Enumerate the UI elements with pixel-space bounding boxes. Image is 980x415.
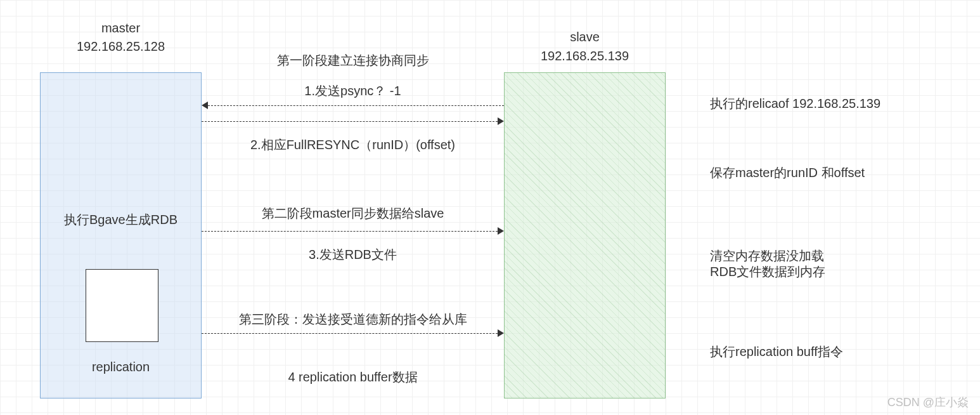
step4-label: 4 replication buffer数据 xyxy=(202,369,504,386)
arrow-resp1 xyxy=(202,121,498,122)
arrow-phase3 xyxy=(202,333,498,334)
watermark: CSDN @庄小焱 xyxy=(887,395,969,410)
arrow-head-phase3 xyxy=(498,329,504,337)
slave-title: slave xyxy=(504,30,666,44)
step2-label: 2.相应FullRESYNC（runID）(offset) xyxy=(202,136,504,154)
master-ip: 192.168.25.128 xyxy=(40,39,202,54)
arrow-phase2 xyxy=(202,231,498,232)
arrow-head-step1 xyxy=(202,102,208,109)
note1: 执行的relicaof 192.168.25.139 xyxy=(710,95,880,112)
phase1-title: 第一阶段建立连接协商同步 xyxy=(202,52,504,69)
arrow-head-phase2 xyxy=(498,227,504,235)
note3-line1: 清空内存数据没加载 xyxy=(710,247,824,265)
slave-box xyxy=(504,72,666,399)
phase3-title: 第三阶段：发送接受道德新的指令给从库 xyxy=(202,311,504,328)
replication-label: replication xyxy=(41,360,201,374)
master-box: 执行Bgave生成RDB replication xyxy=(40,72,202,399)
step3-label: 3.发送RDB文件 xyxy=(202,246,504,263)
arrow-head-resp1 xyxy=(498,117,504,125)
phase2-title: 第二阶段master同步数据给slave xyxy=(202,205,504,222)
step1-label: 1.发送psync？ -1 xyxy=(202,82,504,100)
note3-line2: RDB文件数据到内存 xyxy=(710,263,825,280)
note4: 执行replication buff指令 xyxy=(710,343,843,360)
bgsave-label: 执行Bgave生成RDB xyxy=(41,211,201,228)
arrow-step1 xyxy=(208,105,504,106)
slave-ip: 192.168.25.139 xyxy=(504,49,666,63)
master-title: master xyxy=(40,21,202,36)
note2: 保存master的runID 和offset xyxy=(710,164,865,181)
inner-buffer-box xyxy=(86,269,158,342)
